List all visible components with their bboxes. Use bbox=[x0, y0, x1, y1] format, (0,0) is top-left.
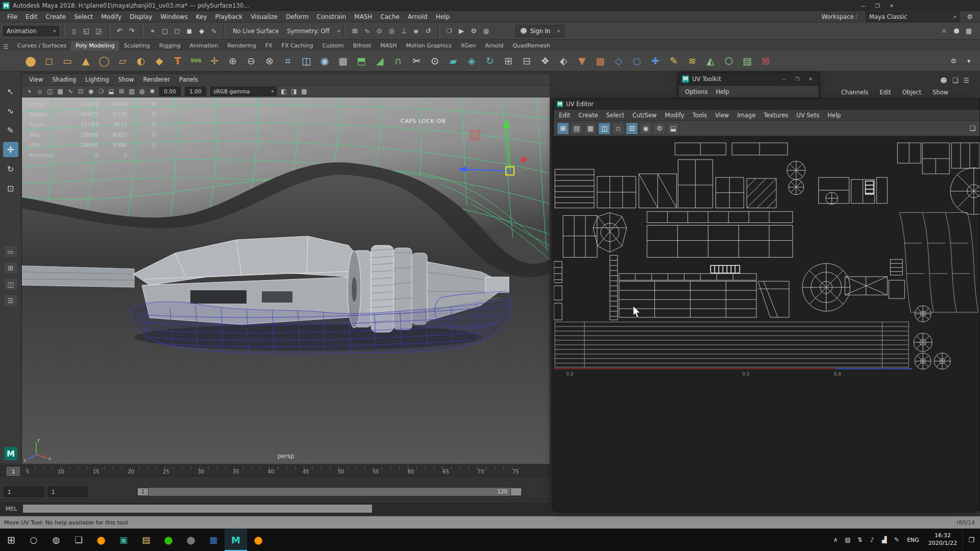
two-pane-layout-button[interactable]: ◫ bbox=[4, 278, 18, 291]
bevel-icon[interactable]: ◢ bbox=[372, 53, 388, 69]
ipr-render-icon[interactable]: ▶ bbox=[456, 26, 467, 37]
taskbar-clock[interactable]: 16:32 2020/1/22 bbox=[923, 532, 962, 547]
outliner-layout-button[interactable]: ☰ bbox=[4, 294, 18, 307]
poly-cylinder-icon[interactable]: ▭ bbox=[59, 53, 76, 69]
tray-usb-icon[interactable]: ⇅ bbox=[854, 529, 866, 551]
menu-item[interactable]: Constrain bbox=[313, 12, 351, 21]
sculpt-tool-icon[interactable]: ✎ bbox=[666, 53, 682, 69]
gate-mask-icon[interactable]: ∿ bbox=[66, 87, 75, 96]
snap-together-icon[interactable]: ↺ bbox=[423, 26, 434, 37]
poly-torus-icon[interactable]: ◯ bbox=[96, 53, 112, 69]
save-scene-icon[interactable]: ◲ bbox=[93, 26, 104, 37]
range-end-handle[interactable] bbox=[510, 488, 522, 496]
firefox-app[interactable]: ● bbox=[90, 529, 112, 551]
tray-display-icon[interactable]: ▤ bbox=[842, 529, 854, 551]
uv-toolkit-titlebar[interactable]: M UV Toolkit — ❐ ✕ bbox=[679, 72, 819, 86]
uv-editor-menu-item[interactable]: Select bbox=[602, 111, 628, 120]
target-weld-icon[interactable]: ⊙ bbox=[427, 53, 443, 69]
lights-icon[interactable]: ◍ bbox=[137, 87, 146, 96]
safe-action-icon[interactable]: ◉ bbox=[86, 87, 95, 96]
boolean-intersect-icon[interactable]: ⊗ bbox=[261, 53, 278, 69]
close-button[interactable]: ✕ bbox=[885, 2, 898, 10]
move-tool[interactable]: ✛ bbox=[3, 142, 18, 157]
select-surface-icon[interactable]: ∿ bbox=[208, 26, 219, 37]
uv-layout-icon[interactable]: ▤ bbox=[739, 53, 755, 69]
paint-select-tool[interactable]: ✎ bbox=[3, 122, 18, 138]
ao-icon[interactable]: ◧ bbox=[279, 87, 288, 96]
snap-projected-center-icon[interactable]: ◎ bbox=[386, 26, 397, 37]
new-scene-icon[interactable]: ▯ bbox=[68, 26, 80, 37]
channel-box-menu-item[interactable]: Edit bbox=[879, 89, 891, 96]
viewport-menu-item[interactable]: Shading bbox=[48, 76, 80, 84]
uv-settings-icon[interactable]: ⚙ bbox=[653, 122, 666, 135]
uv-grid-snap-icon[interactable]: ⊞ bbox=[557, 122, 569, 135]
single-pane-layout-button[interactable]: ▭ bbox=[4, 245, 18, 258]
uv-editor-menu-item[interactable]: Modify bbox=[660, 111, 688, 120]
film-gate-icon[interactable]: ◫ bbox=[45, 87, 55, 96]
insert-edge-loop-icon[interactable]: ⊞ bbox=[500, 53, 517, 69]
type-tool-icon[interactable]: T bbox=[169, 53, 186, 69]
separate-icon[interactable]: ◫ bbox=[298, 53, 314, 69]
xgen-panel-icon[interactable]: ⬢ bbox=[951, 26, 962, 37]
menu-item[interactable]: Key bbox=[192, 12, 211, 21]
uv-toolkit-menu-item[interactable]: Help bbox=[712, 87, 733, 96]
uv-image-icon[interactable]: ⬓ bbox=[667, 122, 679, 135]
shelf-tab[interactable]: MASH bbox=[376, 41, 401, 51]
shelf-tab[interactable]: Sculpting bbox=[119, 41, 154, 51]
language-indicator[interactable]: ENG bbox=[903, 537, 923, 543]
quad-draw-icon[interactable]: ▰ bbox=[445, 53, 461, 69]
tray-volume-icon[interactable]: ♪ bbox=[866, 529, 878, 551]
boolean-difference-icon[interactable]: ⊖ bbox=[243, 53, 259, 69]
smooth-icon[interactable]: ◉ bbox=[316, 53, 333, 69]
textured-icon[interactable]: ▥ bbox=[127, 87, 136, 96]
shelf-tab[interactable]: Motion Graphics bbox=[401, 41, 456, 51]
menu-item[interactable]: Cache bbox=[376, 12, 403, 21]
antialias-icon[interactable]: ▩ bbox=[300, 87, 309, 96]
safe-title-icon[interactable]: ❍ bbox=[96, 87, 106, 96]
gamma-field[interactable]: 1.00 bbox=[185, 87, 206, 96]
minimize-button[interactable]: — bbox=[779, 76, 789, 83]
current-frame-indicator[interactable]: 1 bbox=[7, 467, 20, 476]
fill-hole-icon[interactable]: ○ bbox=[629, 53, 645, 69]
remesh-icon[interactable]: ▩ bbox=[592, 53, 608, 69]
viewport-menu-item[interactable]: Renderer bbox=[139, 76, 175, 84]
uv-editor-menu-item[interactable]: Textures bbox=[760, 111, 792, 120]
open-scene-icon[interactable]: ◱ bbox=[81, 26, 92, 37]
mirror-icon[interactable]: ◈ bbox=[463, 53, 480, 69]
uv-panel-icon[interactable]: ❏ bbox=[969, 124, 975, 132]
select-mesh-icon[interactable]: ◼ bbox=[184, 26, 195, 37]
shelf-tab[interactable]: Bifrost bbox=[349, 41, 376, 51]
viewport-menu-item[interactable]: Panels bbox=[175, 76, 202, 84]
menu-item[interactable]: Arnold bbox=[404, 12, 432, 21]
blue-app[interactable]: ▦ bbox=[202, 529, 225, 551]
poly-plane-icon[interactable]: ▱ bbox=[114, 53, 131, 69]
platonic-solid-icon[interactable]: ◆ bbox=[151, 53, 167, 69]
modeling-toolkit-icon[interactable]: ⌗ bbox=[939, 26, 950, 37]
shelf-tab[interactable]: Poly Modeling bbox=[71, 41, 119, 51]
snap-grid-icon[interactable]: ⊞ bbox=[349, 26, 360, 37]
relax-brush-icon[interactable]: ≋ bbox=[684, 53, 700, 69]
display-layers-icon[interactable]: ◍ bbox=[480, 26, 492, 37]
uv-tile-grid-icon[interactable]: ▦ bbox=[584, 122, 597, 135]
viewport-menu-item[interactable]: View bbox=[25, 76, 47, 84]
red-app[interactable]: ● bbox=[247, 529, 270, 551]
menu-item[interactable]: MASH bbox=[350, 12, 376, 21]
workspace-gear-icon[interactable]: ⚙ bbox=[964, 11, 975, 22]
shaded-icon[interactable]: ⊞ bbox=[117, 87, 126, 96]
time-slider[interactable]: 51015202530354045505560657075 1 bbox=[0, 465, 550, 477]
shelf-collapse-icon[interactable]: ▾ bbox=[963, 55, 974, 66]
uv-unfold-icon[interactable]: ⬡ bbox=[721, 53, 737, 69]
shelf-menu-icon[interactable]: ☰ bbox=[3, 43, 9, 51]
snap-curve-icon[interactable]: ∿ bbox=[361, 26, 373, 37]
shadows-icon[interactable]: ✺ bbox=[148, 87, 157, 96]
menu-item[interactable]: Playback bbox=[211, 12, 247, 21]
dark-app[interactable]: ● bbox=[180, 529, 202, 551]
selection-mode-dropdown[interactable]: Animation ▾ bbox=[3, 26, 59, 36]
extrude-icon[interactable]: ⬒ bbox=[353, 53, 370, 69]
uv-distortion-icon[interactable]: ◉ bbox=[640, 122, 652, 135]
explorer-app[interactable]: ▤ bbox=[135, 529, 157, 551]
teal-app[interactable]: ▣ bbox=[112, 529, 135, 551]
poly-cube-icon[interactable]: ◻ bbox=[41, 53, 57, 69]
menu-item[interactable]: Display bbox=[126, 12, 156, 21]
attribute-editor-icon[interactable]: ▦ bbox=[963, 26, 974, 37]
